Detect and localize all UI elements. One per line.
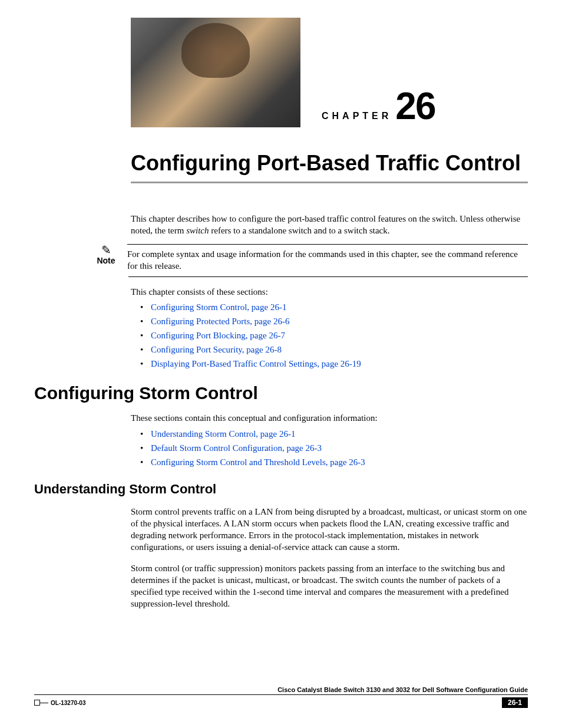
- list-item: Configuring Protected Ports, page 26-6: [140, 317, 528, 327]
- intro-paragraph: This chapter describes how to configure …: [131, 213, 528, 237]
- chapter-number: 26: [395, 90, 435, 124]
- chapter-title: Configuring Port-Based Traffic Control: [131, 151, 528, 176]
- list-item: Configuring Storm Control and Threshold …: [140, 457, 528, 467]
- toc-link[interactable]: Displaying Port-Based Traffic Control Se…: [151, 359, 361, 368]
- chapter-label: CHAPTER: [322, 111, 392, 121]
- footer-bottom-row: OL-13270-03 26-1: [34, 697, 528, 708]
- subsection-heading-understanding: Understanding Storm Control: [34, 482, 528, 497]
- toc-link[interactable]: Configuring Port Blocking, page 26-7: [151, 331, 285, 340]
- chapter-header-row: CHAPTER 26: [131, 18, 528, 127]
- chapter-toc-list: Configuring Storm Control, page 26-1 Con…: [140, 302, 528, 369]
- page-footer: Cisco Catalyst Blade Switch 3130 and 303…: [34, 686, 528, 708]
- list-item: Configuring Port Blocking, page 26-7: [140, 331, 528, 341]
- doc-id: OL-13270-03: [51, 700, 85, 706]
- note-block: ✎ Note For complete syntax and usage inf…: [93, 244, 528, 272]
- pen-icon: ✎: [93, 244, 119, 256]
- note-label: Note: [93, 256, 119, 265]
- title-rule: [131, 182, 528, 183]
- storm-links-list: Understanding Storm Control, page 26-1 D…: [140, 429, 528, 467]
- section-heading-storm-control: Configuring Storm Control: [34, 383, 528, 403]
- footer-rule: [34, 694, 528, 695]
- list-item: Displaying Port-Based Traffic Control Se…: [140, 359, 528, 369]
- storm-link[interactable]: Understanding Storm Control, page 26-1: [151, 429, 295, 439]
- note-text: For complete syntax and usage informatio…: [127, 244, 528, 272]
- sections-intro: This chapter consists of these sections:: [131, 286, 528, 298]
- chapter-label-block: CHAPTER 26: [322, 90, 435, 124]
- chapter-hero-image: [131, 18, 300, 127]
- note-bottom-rule: [128, 276, 528, 277]
- intro-italic: switch: [186, 226, 209, 235]
- storm-paragraph-2: Storm control (or traffic suppression) m…: [131, 562, 528, 610]
- storm-intro: These sections contain this conceptual a…: [131, 412, 528, 424]
- list-item: Configuring Port Security, page 26-8: [140, 345, 528, 355]
- storm-paragraph-1: Storm control prevents traffic on a LAN …: [131, 506, 528, 554]
- doc-id-line: [40, 703, 48, 703]
- toc-link[interactable]: Configuring Protected Ports, page 26-6: [151, 317, 289, 326]
- note-icon-column: ✎ Note: [93, 244, 119, 265]
- doc-id-wrap: OL-13270-03: [34, 700, 85, 706]
- toc-link[interactable]: Configuring Port Security, page 26-8: [151, 345, 282, 354]
- storm-link[interactable]: Configuring Storm Control and Threshold …: [151, 457, 365, 467]
- list-item: Configuring Storm Control, page 26-1: [140, 302, 528, 312]
- doc-id-marker-icon: [34, 700, 40, 706]
- page-number: 26-1: [502, 697, 528, 708]
- list-item: Default Storm Control Configuration, pag…: [140, 443, 528, 453]
- document-page: CHAPTER 26 Configuring Port-Based Traffi…: [0, 0, 562, 728]
- list-item: Understanding Storm Control, page 26-1: [140, 429, 528, 439]
- storm-link[interactable]: Default Storm Control Configuration, pag…: [151, 443, 322, 453]
- intro-text-post: refers to a standalone switch and to a s…: [209, 226, 389, 235]
- footer-guide-title: Cisco Catalyst Blade Switch 3130 and 303…: [34, 686, 528, 693]
- toc-link[interactable]: Configuring Storm Control, page 26-1: [151, 302, 286, 312]
